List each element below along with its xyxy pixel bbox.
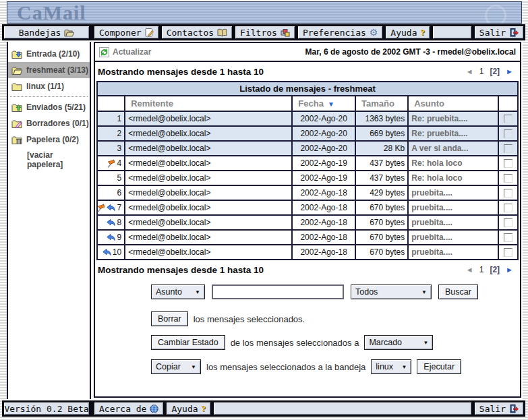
- pagination-bottom: ◄ 1 [2] ►: [466, 265, 513, 274]
- message-checkbox[interactable]: [504, 174, 512, 183]
- footer-salir-button[interactable]: Salir: [474, 402, 524, 415]
- menubar-contactos-button[interactable]: Contactos: [161, 26, 233, 39]
- message-size: 1363 bytes: [355, 111, 408, 126]
- message-checkbox[interactable]: [504, 129, 512, 138]
- message-checkbox[interactable]: [504, 204, 512, 212]
- message-row[interactable]: 3<rmedel@obelix.local>2002-Ago-2028 KbA …: [97, 141, 518, 156]
- next-page-arrow-icon[interactable]: ►: [506, 67, 513, 76]
- message-number-cell: 9: [97, 230, 125, 245]
- footer-bar: Versión 0.2 Beta Acerca de Ayuda ? Salir: [2, 400, 525, 417]
- message-number-cell: 1: [97, 111, 125, 126]
- menubar-bandejas-button[interactable]: Bandejas: [3, 26, 90, 39]
- message-subject-link[interactable]: A ver si anda...: [408, 141, 498, 156]
- menubar-spacer-panel: [432, 26, 472, 39]
- search-input[interactable]: [212, 284, 344, 299]
- message-subject-link[interactable]: pruebita....: [408, 245, 498, 260]
- menubar-salir-button[interactable]: Salir: [474, 26, 524, 39]
- message-checkbox[interactable]: [504, 159, 512, 168]
- message-number-cell: 3: [97, 141, 125, 156]
- message-row[interactable]: 5<rmedel@obelix.local>2002-Ago-19437 byt…: [97, 171, 518, 185]
- message-sender: <rmedel@obelix.local>: [125, 126, 292, 141]
- change-state-button[interactable]: Cambiar Estado: [151, 335, 225, 350]
- search-scope-select[interactable]: Todos ▼: [351, 284, 432, 299]
- next-page-arrow-icon[interactable]: ►: [506, 266, 513, 274]
- reply-icon: [107, 204, 115, 212]
- message-row[interactable]: 1<rmedel@obelix.local>2002-Ago-201363 by…: [97, 111, 518, 126]
- message-date: 2002-Ago-20: [292, 111, 355, 126]
- sidebar-folder-item[interactable]: Papelera (0/2): [8, 131, 90, 148]
- sidebar-folder-item[interactable]: Borradores (0/1): [8, 115, 90, 131]
- menubar-componer-button[interactable]: Componer: [94, 26, 159, 39]
- banner-logo: [485, 5, 506, 24]
- delete-button[interactable]: Borrar: [151, 311, 188, 326]
- column-header-date[interactable]: Fecha▼: [292, 96, 355, 111]
- showing-text: Mostrando mensajes desde 1 hasta 10: [98, 265, 264, 275]
- chevron-down-icon: ▼: [191, 364, 196, 370]
- message-checkbox-cell: [498, 185, 518, 200]
- message-subject-link[interactable]: pruebita....: [408, 230, 498, 245]
- message-subject-link[interactable]: Re: hola loco: [408, 171, 498, 185]
- search-button[interactable]: Buscar: [438, 284, 478, 299]
- search-field-select[interactable]: Asunto ▼: [151, 284, 205, 299]
- sort-desc-icon: ▼: [328, 100, 334, 108]
- message-checkbox-cell: [498, 156, 518, 171]
- list-status-bar-top: Mostrando mensajes desde 1 hasta 10 ◄ 1 …: [95, 62, 520, 81]
- message-subject-link[interactable]: Re: pruebita....: [408, 126, 498, 141]
- message-checkbox[interactable]: [504, 218, 512, 227]
- copy-move-select[interactable]: Copiar ▼: [151, 359, 201, 374]
- message-number-cell: 6: [97, 185, 125, 200]
- message-date: 2002-Ago-20: [292, 126, 355, 141]
- message-size: 437 bytes: [355, 156, 408, 171]
- next-page-link[interactable]: [2]: [490, 67, 500, 76]
- sidebar-folder-item[interactable]: Entrada (2/10): [8, 46, 90, 62]
- column-header-subject[interactable]: Asunto: [408, 96, 498, 111]
- message-row[interactable]: 9<rmedel@obelix.local>2002-Ago-18670 byt…: [97, 230, 518, 245]
- drafts-icon: [11, 119, 22, 128]
- target-folder-select[interactable]: linux ▼: [371, 359, 411, 374]
- footer-spacer-panel: [213, 402, 472, 415]
- list-status-bar-bottom: Mostrando mensajes desde 1 hasta 10 ◄ 1 …: [95, 260, 520, 279]
- footer-about-button[interactable]: Acerca de: [94, 402, 164, 415]
- message-checkbox[interactable]: [504, 115, 512, 123]
- message-subject-link[interactable]: Re: hola loco: [408, 156, 498, 171]
- message-subject-link[interactable]: pruebita....: [408, 215, 498, 230]
- column-header-size[interactable]: Tamaño: [355, 96, 408, 111]
- message-checkbox[interactable]: [504, 233, 512, 242]
- sidebar-folder-item[interactable]: Enviados (5/21): [8, 99, 90, 115]
- message-row[interactable]: 4<rmedel@obelix.local>2002-Ago-19437 byt…: [97, 156, 518, 171]
- menubar-filtros-button[interactable]: Filtros: [235, 26, 295, 39]
- message-checkbox-cell: [498, 200, 518, 215]
- main-panel: Actualizar Mar, 6 de agosto de 2002 GMT …: [94, 42, 521, 398]
- sidebar-folder-label: linux (1/1): [26, 82, 64, 91]
- message-row[interactable]: 8<rmedel@obelix.local>2002-Ago-18670 byt…: [97, 215, 518, 230]
- menubar: Bandejas Componer Contactos Filtros Pref…: [2, 24, 525, 40]
- message-checkbox[interactable]: [504, 144, 512, 153]
- message-checkbox[interactable]: [504, 248, 512, 257]
- message-row[interactable]: 6<rmedel@obelix.local>2002-Ago-18429 byt…: [97, 185, 518, 200]
- message-date: 2002-Ago-18: [292, 245, 355, 260]
- refresh-button[interactable]: Actualizar: [99, 47, 151, 57]
- message-row[interactable]: 2<rmedel@obelix.local>2002-Ago-20669 byt…: [97, 126, 518, 141]
- message-subject-link[interactable]: pruebita....: [408, 200, 498, 215]
- sidebar-folder-item[interactable]: freshmeat (3/13): [8, 62, 90, 78]
- message-sender: <rmedel@obelix.local>: [125, 185, 292, 200]
- chevron-down-icon: ▼: [421, 289, 427, 295]
- prev-page-arrow-icon[interactable]: ◄: [466, 67, 473, 76]
- prev-page-arrow-icon[interactable]: ◄: [466, 266, 473, 274]
- message-subject-link[interactable]: Re: pruebita....: [408, 111, 498, 126]
- message-checkbox-cell: [498, 245, 518, 260]
- state-select[interactable]: Marcado ▼: [364, 335, 433, 350]
- message-row[interactable]: 7<rmedel@obelix.local>2002-Ago-18670 byt…: [97, 200, 518, 215]
- menubar-preferencias-button[interactable]: Preferencias ⚙: [297, 26, 383, 39]
- message-subject-link[interactable]: pruebita....: [408, 185, 498, 200]
- message-checkbox[interactable]: [504, 189, 512, 198]
- next-page-link[interactable]: [2]: [490, 265, 500, 274]
- execute-button[interactable]: Ejecutar: [417, 359, 461, 374]
- message-row[interactable]: 10<rmedel@obelix.local>2002-Ago-18670 by…: [97, 245, 518, 260]
- column-header-sender[interactable]: Remitente: [125, 96, 292, 111]
- empty-trash-link[interactable]: [vaciar papelera]: [8, 150, 90, 169]
- showing-text: Mostrando mensajes desde 1 hasta 10: [98, 67, 264, 77]
- menubar-ayuda-button[interactable]: Ayuda ?: [385, 26, 430, 39]
- footer-help-button[interactable]: Ayuda ?: [166, 402, 211, 415]
- sidebar-folder-item[interactable]: linux (1/1): [8, 78, 90, 94]
